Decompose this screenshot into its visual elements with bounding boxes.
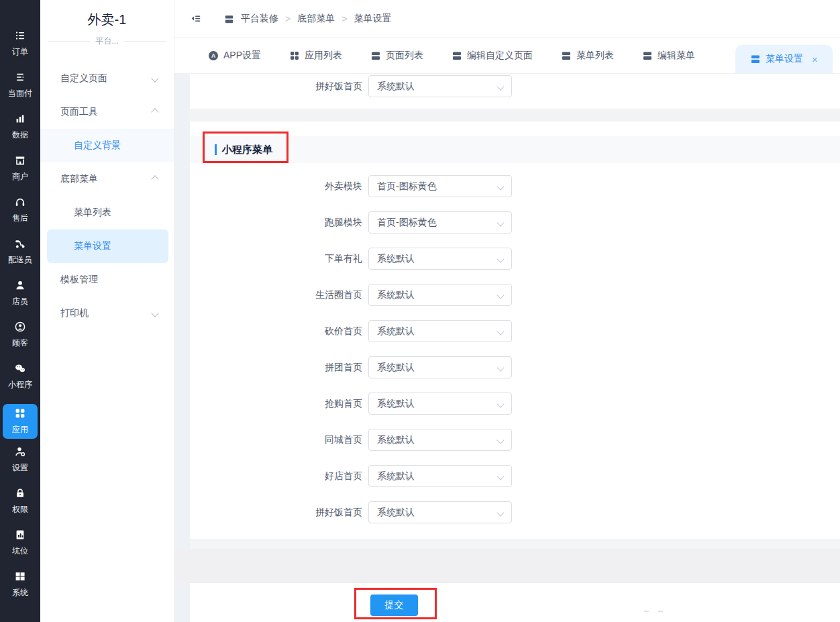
rail-item-clerk[interactable]: 店员: [3, 279, 38, 321]
tab-label: 菜单设置: [766, 53, 803, 65]
sidebar-collapse-icon[interactable]: [190, 13, 201, 25]
face-pay-list-icon: [14, 71, 26, 88]
rail-item-face-pay[interactable]: 当面付: [3, 71, 38, 113]
select-value: 系统默认: [377, 362, 415, 374]
chevron-down-icon: [496, 436, 504, 444]
life-circle-home-select[interactable]: 系统默认: [368, 284, 512, 306]
merchant-shop-icon: [14, 154, 26, 171]
rail-item-after-sale[interactable]: 售后: [3, 196, 38, 238]
form-row-label: 好店首页: [190, 470, 362, 482]
tab-page-list[interactable]: 页面列表: [370, 38, 423, 73]
form-row-label: 拼团首页: [190, 362, 362, 374]
chevron-down-icon: [496, 219, 504, 226]
form-row: 生活圈首页 系统默认: [190, 284, 840, 306]
tab-label: 编辑菜单: [658, 50, 695, 62]
bargain-home-select[interactable]: 系统默认: [368, 320, 512, 342]
rail-item-label: 小程序: [8, 379, 32, 391]
layout-icon: [452, 50, 462, 61]
breadcrumb-separator: >: [342, 13, 347, 24]
form-row: 下单有礼 系统默认: [190, 248, 840, 270]
sidebar-item-custom-background[interactable]: 自定义背景: [40, 129, 174, 162]
pinhaofan-home-select-top[interactable]: 系统默认: [368, 75, 512, 97]
chevron-down-icon: [496, 364, 504, 371]
breadcrumb-separator: >: [285, 13, 291, 24]
form-row: 拼好饭首页 系统默认: [190, 75, 840, 97]
rail-item-data[interactable]: 数据: [3, 113, 38, 154]
tab-menu-settings[interactable]: 菜单设置 ×: [735, 45, 833, 73]
primary-rail: 订单 当面付 数据 商户 售后 配送员 店员 顾客 小程序 应用 设置: [0, 0, 40, 622]
tab-close-icon[interactable]: ×: [812, 54, 818, 65]
sidebar-item-printer[interactable]: 打印机: [40, 297, 174, 330]
form-row-label: 拼好饭首页: [190, 81, 362, 93]
select-value: 首页-图标黄色: [377, 180, 437, 193]
sidebar-item-label: 自定义背景: [74, 140, 121, 152]
tab-menu-list[interactable]: 菜单列表: [561, 38, 614, 73]
system-windows-icon: [14, 570, 26, 587]
chevron-down-icon: [151, 74, 158, 82]
select-value: 系统默认: [377, 434, 415, 446]
grid-icon: [289, 50, 300, 61]
rail-item-merchant[interactable]: 商户: [3, 154, 38, 196]
sidebar-item-custom-page[interactable]: 自定义页面: [40, 62, 174, 95]
sidebar-item-label: 页面工具: [60, 106, 98, 118]
sidebar-item-menu-settings[interactable]: 菜单设置: [47, 229, 168, 263]
select-value: 系统默认: [377, 507, 415, 519]
layout-icon: [642, 50, 653, 61]
tab-edit-custom-page[interactable]: 编辑自定义页面: [452, 38, 533, 73]
rail-item-settings[interactable]: 设置: [3, 446, 38, 487]
rail-item-label: 数据: [12, 129, 28, 141]
submit-button[interactable]: 提交: [370, 594, 418, 616]
layout-icon: [561, 50, 572, 61]
waimai-module-select[interactable]: 首页-图标黄色: [368, 175, 512, 197]
rail-item-apps[interactable]: 应用: [3, 404, 38, 439]
section-title-text: 小程序菜单: [222, 144, 272, 156]
rail-item-customer[interactable]: 顾客: [3, 321, 38, 362]
rail-item-label: 顾客: [12, 338, 28, 349]
chevron-down-icon: [496, 183, 504, 190]
main-content: 拼好饭首页 系统默认 小程序菜单 外卖模块 首页-图标黄色 跑腿模块 首页-图标…: [174, 74, 840, 622]
layout-icon: [750, 54, 761, 64]
select-value: 系统默认: [377, 398, 415, 410]
sidebar-item-label: 自定义页面: [60, 72, 107, 85]
breadcrumb-item[interactable]: 平台装修: [241, 13, 278, 25]
chevron-down-icon: [496, 472, 504, 480]
paotui-module-select[interactable]: 首页-图标黄色: [368, 211, 512, 234]
section-title: 小程序菜单: [215, 144, 272, 156]
tab-edit-menu[interactable]: 编辑菜单: [642, 38, 695, 73]
select-value: 系统默认: [377, 325, 415, 338]
sidebar-item-page-tools[interactable]: 页面工具: [40, 95, 174, 129]
rail-item-slot[interactable]: 坑位: [3, 529, 38, 570]
chevron-down-icon: [496, 509, 504, 516]
good-shop-home-select[interactable]: 系统默认: [368, 465, 512, 487]
sidebar-item-menu-list[interactable]: 菜单列表: [40, 196, 174, 229]
sidebar-item-bottom-menu[interactable]: 底部菜单: [40, 162, 174, 196]
store-title: 外卖-1: [40, 11, 174, 29]
section-divider-band: [190, 109, 840, 121]
rail-item-mini-program[interactable]: 小程序: [3, 362, 38, 404]
group-buy-home-select[interactable]: 系统默认: [368, 356, 512, 378]
rail-item-orders[interactable]: 订单: [3, 30, 38, 71]
rail-item-label: 系统: [12, 587, 28, 599]
breadcrumb: 平台装修 > 底部菜单 > 菜单设置: [224, 13, 391, 25]
same-city-home-select[interactable]: 系统默认: [368, 429, 512, 451]
pinhaofan-home-select[interactable]: 系统默认: [368, 501, 512, 523]
tab-app-settings[interactable]: A APP设置: [208, 38, 261, 73]
flash-buy-home-select[interactable]: 系统默认: [368, 393, 512, 415]
rail-item-label: 订单: [12, 46, 28, 58]
rail-item-system[interactable]: 系统: [3, 570, 38, 612]
order-gift-select[interactable]: 系统默认: [368, 248, 512, 270]
rail-item-courier[interactable]: 配送员: [3, 238, 38, 279]
chevron-down-icon: [496, 400, 504, 407]
rail-item-permission[interactable]: 权限: [3, 487, 38, 529]
sidebar-item-template-management[interactable]: 模板管理: [40, 263, 174, 297]
permission-lock-icon: [14, 487, 26, 504]
rail-item-label: 设置: [12, 462, 28, 474]
breadcrumb-bar: 平台装修 > 底部菜单 > 菜单设置: [174, 0, 840, 38]
select-value: 系统默认: [377, 81, 415, 93]
store-subtitle: 平台...: [96, 36, 119, 47]
breadcrumb-item[interactable]: 底部菜单: [297, 13, 335, 25]
form-row-label: 外卖模块: [190, 180, 362, 193]
form-row-label: 抢购首页: [190, 398, 362, 410]
breadcrumb-item[interactable]: 菜单设置: [354, 13, 391, 25]
tab-app-list[interactable]: 应用列表: [289, 38, 342, 73]
